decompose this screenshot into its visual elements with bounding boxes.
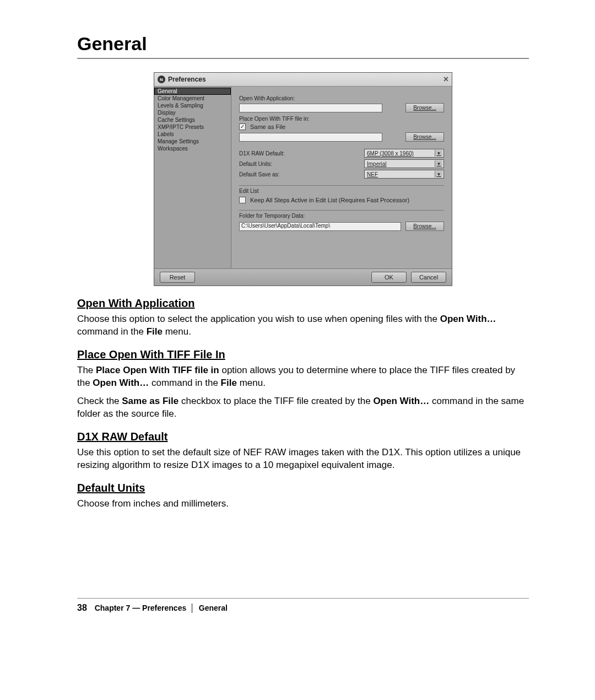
text-place-open-with-tiff-2: Check the Same as File checkbox to place… — [77, 395, 529, 421]
heading-open-with-application: Open With Application — [77, 297, 529, 310]
close-icon[interactable]: × — [443, 74, 448, 84]
sidebar-item-display[interactable]: Display — [154, 109, 231, 116]
chevron-down-icon: ▼ — [435, 150, 442, 157]
open-with-browse-button[interactable]: Browse... — [405, 103, 444, 112]
heading-place-open-with-tiff: Place Open With TIFF File In — [77, 348, 529, 361]
save-as-value: NEF — [367, 171, 378, 177]
open-with-label: Open With Application: — [239, 95, 444, 101]
cancel-button[interactable]: Cancel — [411, 272, 446, 283]
heading-d1x-raw-default: D1X RAW Default — [77, 430, 529, 443]
dialog-titlebar: N Preferences × — [154, 73, 452, 87]
heading-default-units: Default Units — [77, 482, 529, 494]
save-as-label: Default Save as: — [239, 171, 279, 177]
text-open-with-application: Choose this option to select the applica… — [77, 313, 529, 338]
sidebar-item-labels[interactable]: Labels — [154, 131, 231, 138]
preferences-dialog: N Preferences × General Color Management… — [154, 72, 452, 286]
page-footer: 38 Chapter 7 — Preferences │ General — [0, 598, 595, 613]
dialog-footer: Reset OK Cancel — [154, 268, 452, 286]
app-icon: N — [158, 76, 165, 83]
edit-list-heading: Edit List — [239, 188, 444, 194]
sidebar-item-xmp-iptc-presets[interactable]: XMP/IPTC Presets — [154, 123, 231, 131]
open-with-input[interactable] — [239, 104, 382, 112]
place-tiff-label: Place Open With TIFF file in: — [239, 116, 444, 122]
keep-steps-checkbox[interactable] — [239, 197, 246, 203]
sidebar-item-cache-settings[interactable]: Cache Settings — [154, 116, 231, 123]
sidebar-item-color-management[interactable]: Color Management — [154, 95, 231, 102]
preferences-content: Open With Application: Browse... Place O… — [231, 87, 452, 268]
page-title: General — [77, 33, 529, 55]
dialog-title: Preferences — [168, 76, 206, 83]
ok-button[interactable]: OK — [371, 272, 407, 283]
footer-section: General — [199, 604, 228, 612]
save-as-dropdown[interactable]: NEF ▼ — [364, 170, 444, 179]
chevron-down-icon: ▼ — [435, 160, 442, 167]
place-tiff-path-input[interactable] — [239, 133, 382, 142]
temp-folder-browse-button[interactable]: Browse... — [405, 222, 444, 231]
page-number: 38 — [77, 603, 87, 612]
d1x-label: D1X RAW Default: — [239, 150, 284, 157]
d1x-value: 6MP (3008 x 1960) — [367, 150, 414, 157]
text-place-open-with-tiff-1: The Place Open With TIFF file in option … — [77, 364, 529, 390]
units-dropdown[interactable]: Imperial ▼ — [364, 159, 444, 168]
keep-steps-text: Keep All Steps Active in Edit List (Requ… — [250, 197, 409, 203]
footer-chapter: Chapter 7 — Preferences — [95, 604, 187, 612]
reset-button[interactable]: Reset — [160, 272, 195, 283]
sidebar-item-general[interactable]: General — [154, 88, 231, 95]
footer-rule — [77, 598, 529, 599]
sidebar-item-workspaces[interactable]: Workspaces — [154, 145, 231, 152]
sidebar-item-manage-settings[interactable]: Manage Settings — [154, 138, 231, 145]
same-as-file-checkbox[interactable]: ✓ — [239, 123, 246, 130]
d1x-dropdown[interactable]: 6MP (3008 x 1960) ▼ — [364, 149, 444, 158]
same-as-file-text: Same as File — [250, 123, 285, 130]
sidebar-item-levels-sampling[interactable]: Levels & Sampling — [154, 102, 231, 109]
place-tiff-browse-button[interactable]: Browse... — [405, 132, 444, 142]
preferences-sidebar: General Color Management Levels & Sampli… — [154, 87, 231, 268]
text-d1x-raw-default: Use this option to set the default size … — [77, 446, 529, 472]
units-value: Imperial — [367, 161, 387, 167]
temp-folder-input[interactable]: C:\Users\User\AppData\Local\Temp\ — [239, 222, 401, 231]
chevron-down-icon: ▼ — [435, 171, 442, 177]
text-default-units: Choose from inches and millimeters. — [77, 498, 529, 510]
title-rule — [77, 58, 529, 59]
temp-folder-heading: Folder for Temporary Data: — [239, 213, 444, 219]
units-label: Default Units: — [239, 161, 272, 167]
